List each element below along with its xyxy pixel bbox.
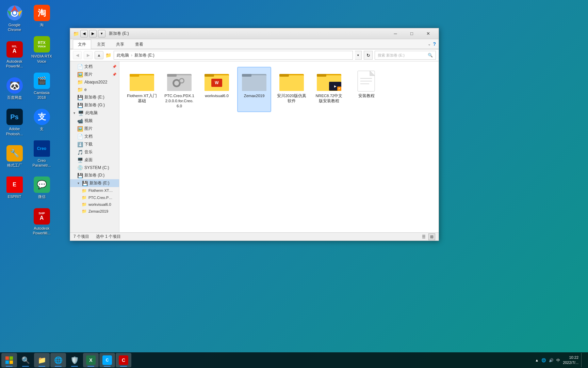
refresh-button[interactable]: ↻	[364, 51, 373, 60]
file-item-anyuan[interactable]: 安川2020版仿真软件	[275, 67, 309, 112]
workvisual-icon: W	[205, 70, 229, 92]
file-item-install-tutorial[interactable]: 安装教程	[349, 67, 383, 112]
svg-rect-12	[167, 74, 177, 77]
sidebar-item-abaqus[interactable]: 📁 Abaqus2022	[70, 78, 119, 86]
install-tutorial-icon	[354, 70, 379, 92]
this-pc-icon: 🖥️	[78, 110, 84, 116]
file-explorer-button[interactable]: 📁	[34, 353, 50, 367]
start-button[interactable]	[1, 353, 17, 367]
tab-share[interactable]: 共享	[111, 40, 129, 49]
grid-view-button[interactable]: ⊞	[428, 233, 435, 240]
taobao-icon: 淘	[34, 5, 50, 21]
sidebar-item-documents-pinned[interactable]: 📄 文档 📌	[70, 63, 119, 71]
breadcrumb-this-pc[interactable]: 此电脑	[117, 52, 129, 58]
windows-security-button[interactable]: 🛡️	[67, 353, 82, 367]
ptc-creo-label: PTC.Creo.PDX.1 2.0.0.0.for.Creo. 6.0	[164, 93, 194, 109]
sidebar-item-ptc-sub[interactable]: 📁 PTC.Creo.PDX...	[70, 194, 119, 201]
file-item-zemax[interactable]: Zemax2019	[237, 67, 271, 112]
desktop-icon-esprit[interactable]: E ESPRIT	[2, 175, 27, 200]
desktop-icon-nvidia[interactable]: RTX Voice NVIDIA RTX Voice	[29, 35, 54, 65]
search-button[interactable]: 🔍	[18, 353, 33, 367]
desktop-icon-baidu[interactable]: 🐼 百度网盘	[2, 76, 27, 101]
desktop-icon-wechat[interactable]: 💬 微信	[29, 175, 54, 200]
file-item-nrec[interactable]: ▶ P NREC8.72中文版安装教程	[312, 67, 346, 112]
file-item-workvisual[interactable]: W workvisual6.0	[200, 67, 234, 112]
quick-access-down[interactable]: ▾	[98, 30, 105, 37]
desktop-icon-creo[interactable]: Creo Creo Parametr...	[29, 139, 54, 169]
address-dropdown-button[interactable]: ▾	[355, 51, 362, 60]
ribbon-help-icon[interactable]: ?	[433, 41, 436, 47]
music-icon: 🎵	[77, 150, 83, 155]
search-box[interactable]: 搜索 新加卷 (E:) 🔍	[375, 51, 436, 60]
address-bar[interactable]: 此电脑 › 新加卷 (E:)	[114, 51, 353, 60]
sidebar-item-new-vol-e-quick[interactable]: 💾 新加卷 (E:)	[70, 93, 119, 101]
downloads-icon: ⬇️	[77, 142, 83, 147]
anyuan-label: 安川2020版仿真软件	[277, 93, 307, 104]
sidebar-item-videos[interactable]: 📹 视频	[70, 117, 119, 125]
desktop-icon-photoshop[interactable]: Ps Adobe Photosh...	[2, 107, 27, 138]
up-button[interactable]: ▲	[95, 51, 103, 59]
videos-icon: 📹	[77, 118, 83, 124]
sidebar-item-pictures-pinned[interactable]: 🖼️ 图片 📌	[70, 71, 119, 78]
minimize-button[interactable]: ─	[388, 29, 403, 39]
forward-button[interactable]: ▶	[84, 51, 93, 59]
edge-button[interactable]: 🌐	[50, 353, 66, 367]
sidebar-item-flotherm-sub[interactable]: 📁 Flotherm XT入...	[70, 187, 119, 194]
file-item-ptc-creo[interactable]: PTC.Creo.PDX.1 2.0.0.0.for.Creo. 6.0	[162, 67, 196, 112]
tray-ime[interactable]: 中	[556, 358, 560, 363]
explorer-window: 📁 ◀ ▶ ▾ 新加卷 (E:) ─ □ ✕ 文件 主页 共享 查看 ⌄ ?	[70, 28, 439, 241]
baidu-label: 百度网盘	[7, 95, 22, 100]
system-clock[interactable]: 10:22 2022/7/...	[563, 355, 578, 366]
sidebar-item-this-pc[interactable]: ▼ 🖥️ 此电脑	[70, 109, 119, 117]
format-icon: 🔧	[6, 145, 23, 162]
sidebar-item-music[interactable]: 🎵 音乐	[70, 148, 119, 156]
tray-network[interactable]: 🌐	[541, 358, 546, 363]
excel-button[interactable]: X	[83, 353, 99, 367]
this-pc-expand-icon: ▼	[73, 111, 76, 115]
desktop-icon-camtasia[interactable]: 🎬 Camtasia 2018	[29, 71, 54, 102]
red-c-button[interactable]: C	[116, 353, 131, 367]
sidebar-item-workvisual-sub[interactable]: 📁 workvisual6.0	[70, 201, 119, 208]
sidebar-item-new-vol-g-quick[interactable]: 💾 新加卷 (G:)	[70, 101, 119, 109]
pin-icon-docs: 📌	[112, 65, 116, 68]
sidebar-item-zemax-sub[interactable]: 📁 Zemax2019	[70, 208, 119, 215]
sidebar-item-downloads[interactable]: ⬇️ 下载	[70, 140, 119, 148]
cad-button[interactable]: C	[99, 353, 115, 367]
tray-expand[interactable]: ▲	[535, 358, 539, 362]
ribbon-expand-icon[interactable]: ⌄	[428, 42, 431, 46]
back-button[interactable]: ◀	[73, 51, 82, 59]
desktop-icon-autodesk-mill[interactable]: MIL A Autodesk PowerM...	[2, 40, 27, 70]
file-item-flotherm[interactable]: Flotherm XT入门基础	[125, 67, 159, 112]
breadcrumb-e-drive[interactable]: 新加卷 (E:)	[134, 52, 154, 58]
tray-volume[interactable]: 🔊	[549, 358, 554, 363]
zhi-label: 支	[40, 126, 44, 131]
esprit-icon: E	[6, 177, 23, 193]
sidebar-item-documents[interactable]: 📄 文档	[70, 133, 119, 140]
show-desktop-button[interactable]	[581, 353, 584, 367]
windows-icon	[4, 355, 15, 366]
quick-access-back[interactable]: ◀	[80, 30, 88, 37]
sidebar-item-e[interactable]: 📁 e	[70, 86, 119, 93]
list-view-button[interactable]: ☰	[420, 233, 427, 240]
desktop-icon-zhi[interactable]: 支 支	[29, 107, 54, 133]
autodesk-mill-icon: MIL A	[6, 41, 23, 58]
maximize-button[interactable]: □	[404, 29, 420, 39]
sidebar-item-system-c[interactable]: 💿 SYSTEM (C:)	[70, 164, 119, 171]
desktop-icon-autodesk-shp[interactable]: SHP A Autodesk PowerMi...	[29, 207, 54, 237]
desktop-icon-taobao[interactable]: 淘 淘	[29, 3, 54, 29]
desktop-icon-chrome[interactable]: Google Chrome	[2, 3, 27, 34]
desktop-icon-format[interactable]: 🔧 格式工厂	[2, 144, 27, 169]
close-button[interactable]: ✕	[420, 29, 436, 39]
svg-rect-9	[130, 74, 139, 77]
sidebar-item-pictures[interactable]: 🖼️ 图片	[70, 125, 119, 133]
sidebar-item-new-vol-d[interactable]: 💾 新加卷 (D:)	[70, 171, 119, 179]
tab-home[interactable]: 主页	[92, 40, 110, 49]
tab-file[interactable]: 文件	[73, 40, 91, 49]
autodesk-mill-label: Autodesk PowerM...	[3, 59, 26, 69]
system-c-icon: 💿	[77, 165, 83, 170]
quick-access-forward[interactable]: ▶	[89, 30, 97, 37]
sidebar-item-new-vol-e[interactable]: ▼ 💾 新加卷 (E:)	[70, 179, 119, 187]
network-icon: 🌐	[541, 358, 546, 363]
sidebar-item-desktop[interactable]: 🖥️ 桌面	[70, 156, 119, 164]
tab-view[interactable]: 查看	[130, 40, 148, 49]
